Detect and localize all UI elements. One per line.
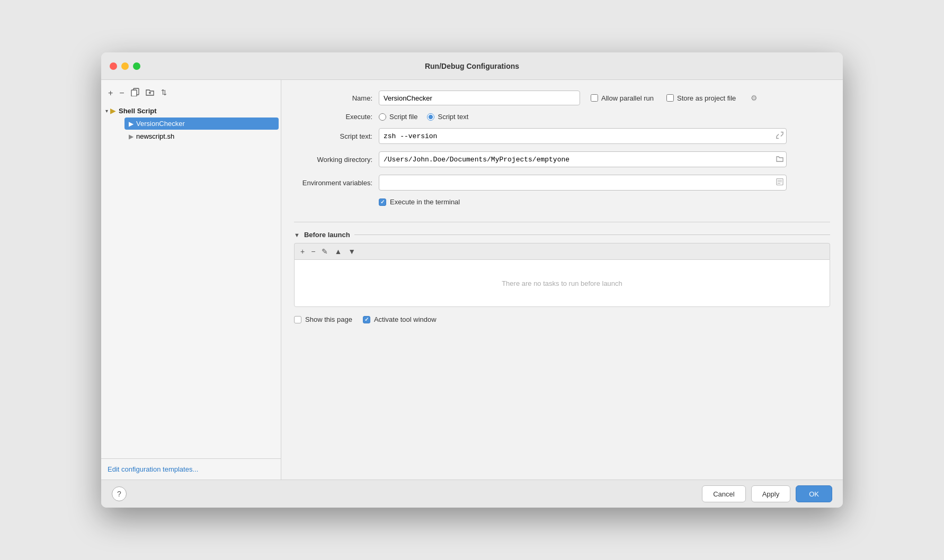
add-config-button[interactable]: + [105,87,115,100]
title-bar: Run/Debug Configurations [101,52,843,80]
name-label: Name: [294,94,379,102]
sidebar-toolbar: + − ⇅ [101,84,281,104]
remove-config-button[interactable]: − [117,87,127,100]
env-variables-label: Environment variables: [294,179,379,187]
working-directory-container [379,151,787,167]
script-text-input[interactable] [379,128,787,144]
execute-in-terminal-row: Execute in the terminal [294,198,830,206]
gear-icon[interactable]: ⚙ [751,94,758,102]
sidebar-item-version-checker[interactable]: ▶ VersionChecker [124,118,279,130]
show-this-page-checkbox[interactable] [294,316,301,323]
copy-icon [131,88,139,96]
before-launch-add-button[interactable]: + [298,246,307,257]
store-as-project-file-label[interactable]: Store as project file [666,94,736,102]
before-launch-down-button[interactable]: ▼ [345,246,358,257]
sidebar-item-newscript[interactable]: ▶ newscript.sh [124,130,279,142]
env-variables-row: Environment variables: [294,175,830,191]
copy-config-button[interactable] [128,86,142,100]
dialog-body: + − ⇅ [101,80,843,480]
cancel-button[interactable]: Cancel [702,485,745,502]
allow-parallel-run-label[interactable]: Allow parallel run [591,94,654,102]
working-directory-label: Working directory: [294,156,379,164]
show-this-page-label[interactable]: Show this page [294,315,352,323]
script-text-radio[interactable] [427,113,434,121]
expand-script-text-button[interactable] [776,132,783,141]
working-directory-row: Working directory: [294,151,830,167]
script-text-radio-label[interactable]: Script text [427,113,468,121]
move-into-folder-button[interactable] [143,86,157,100]
dialog-footer: ? Cancel Apply OK [101,480,843,508]
bottom-checkboxes: Show this page Activate tool window [294,315,830,323]
sidebar: + − ⇅ [101,80,281,480]
folder-icon: ▶ [110,106,116,115]
folder-open-icon [776,156,783,162]
minimize-button[interactable] [121,62,129,70]
execute-label: Execute: [294,113,379,121]
sort-button[interactable]: ⇅ [158,86,172,100]
env-variables-input[interactable] [379,175,787,191]
sidebar-item-label: VersionChecker [136,120,185,128]
before-launch-edit-button[interactable]: ✎ [319,246,331,257]
list-icon [776,178,783,186]
before-launch-remove-button[interactable]: − [308,246,318,257]
sort-icon: ⇅ [161,88,169,96]
script-file-icon-2: ▶ [129,133,133,140]
execute-row: Execute: Script file Script text [294,113,830,121]
dialog-title: Run/Debug Configurations [425,62,519,70]
sidebar-footer: Edit configuration templates... [101,458,281,480]
section-divider-1 [294,222,830,222]
name-input[interactable] [379,91,580,105]
name-row: Name: Allow parallel run Store as projec… [294,91,830,105]
script-text-row: Script text: [294,128,830,144]
group-label: Shell Script [119,107,157,115]
edit-templates-link[interactable]: Edit configuration templates... [108,465,198,473]
browse-directory-button[interactable] [776,155,783,164]
working-directory-input[interactable] [379,151,787,167]
execute-in-terminal-checkbox[interactable] [379,198,386,206]
edit-env-variables-button[interactable] [776,178,783,187]
svg-text:⇅: ⇅ [161,88,167,96]
run-debug-dialog: Run/Debug Configurations + − [101,52,843,508]
window-controls [110,62,140,70]
no-tasks-text: There are no tasks to run before launch [502,279,622,287]
script-file-icon: ▶ [129,120,133,128]
svg-rect-1 [131,90,137,96]
before-launch-body: There are no tasks to run before launch [294,259,830,307]
expand-icon [776,132,783,139]
footer-action-buttons: Cancel Apply OK [702,485,832,502]
allow-parallel-run-checkbox[interactable] [591,94,598,102]
before-launch-header: ▼ Before launch [294,231,830,239]
activate-tool-window-label[interactable]: Activate tool window [363,315,437,323]
script-file-radio-label[interactable]: Script file [379,113,417,121]
execute-radio-group: Script file Script text [379,113,468,121]
sidebar-children: ▶ VersionChecker ▶ newscript.sh [101,117,281,143]
activate-tool-window-checkbox[interactable] [363,316,370,323]
help-button[interactable]: ? [112,486,127,501]
ok-button[interactable]: OK [796,485,832,502]
before-launch-chevron[interactable]: ▼ [294,232,300,238]
section-line [354,234,830,235]
script-file-radio[interactable] [379,113,386,121]
script-text-container [379,128,787,144]
before-launch-title: Before launch [304,231,350,239]
env-variables-container [379,175,787,191]
maximize-button[interactable] [133,62,140,70]
top-checkboxes: Allow parallel run Store as project file… [591,94,758,102]
sidebar-item-label-2: newscript.sh [136,132,174,140]
before-launch-toolbar: + − ✎ ▲ ▼ [294,243,830,259]
execute-in-terminal-label[interactable]: Execute in the terminal [379,198,460,206]
main-content: Name: Allow parallel run Store as projec… [281,80,843,480]
sidebar-group-shell-script[interactable]: ▾ ▶ Shell Script [101,104,281,117]
store-as-project-file-checkbox[interactable] [666,94,674,102]
script-text-label: Script text: [294,132,379,140]
close-button[interactable] [110,62,117,70]
chevron-down-icon: ▾ [105,108,108,114]
before-launch-up-button[interactable]: ▲ [332,246,344,257]
apply-button[interactable]: Apply [751,485,791,502]
folder-move-icon [146,88,154,96]
